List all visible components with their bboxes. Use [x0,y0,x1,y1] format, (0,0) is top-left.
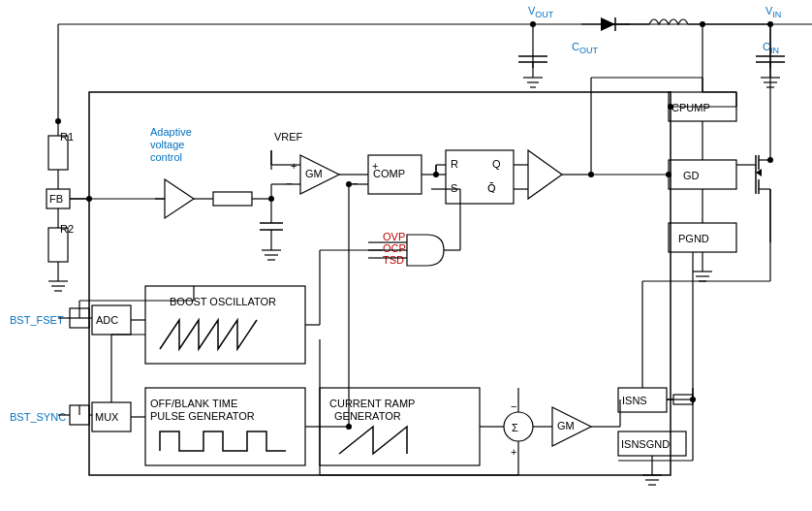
svg-text:+: + [291,160,297,172]
svg-point-56 [55,118,61,124]
fb-label: FB [49,193,63,205]
adaptive-label2: voltage [150,139,184,150]
isns-label: ISNS [622,395,647,406]
adaptive-label: Adaptive [150,126,192,138]
ocp-label: OCP [383,242,406,254]
plus-label2: + [511,446,516,458]
svg-point-163 [346,181,352,187]
comp-label: COMP [373,168,405,179]
minus-label: − [511,400,516,412]
r-label: R [451,158,458,170]
gd-label: GD [683,170,700,181]
current-ramp-label1: CURRENT RAMP [329,398,415,409]
off-blank-label2: PULSE GENERATOR [150,410,255,422]
tsd-label: TSD [383,254,404,266]
off-blank-label1: OFF/BLANK TIME [150,398,237,409]
svg-point-156 [668,104,673,110]
svg-point-26 [700,21,705,27]
mux-label: MUX [95,411,119,423]
ovp-label: OVP [383,231,405,242]
pgnd-label: PGND [678,233,709,244]
r1-label: R1 [60,131,74,143]
bst-fset-label: BST_FSET [10,314,64,326]
sum-label: Σ [512,422,518,433]
vref-label: VREF [274,131,303,143]
svg-point-99 [588,172,594,177]
svg-point-35 [767,157,773,163]
svg-text:−: − [352,177,358,189]
s-label: S [451,182,457,194]
adc-label: ADC [96,314,118,326]
adaptive-label3: control [150,151,182,163]
q-label: Q [492,158,501,170]
isnsgnd-label: ISNSGND [621,438,670,450]
svg-point-172 [86,196,92,202]
current-ramp-label2: GENERATOR [334,410,401,422]
gm-label-top: GM [305,168,323,179]
gm-isns-label: GM [557,420,575,431]
qbar-label: Q̄ [487,182,496,194]
cpump-label: CPUMP [671,102,710,113]
bst-sync-label: BST_SYNC [10,411,66,423]
svg-text:−: − [286,177,292,189]
boost-osc-label: BOOST OSCILLATOR [170,296,276,307]
svg-rect-0 [0,0,812,511]
r2-label: R2 [60,223,74,235]
